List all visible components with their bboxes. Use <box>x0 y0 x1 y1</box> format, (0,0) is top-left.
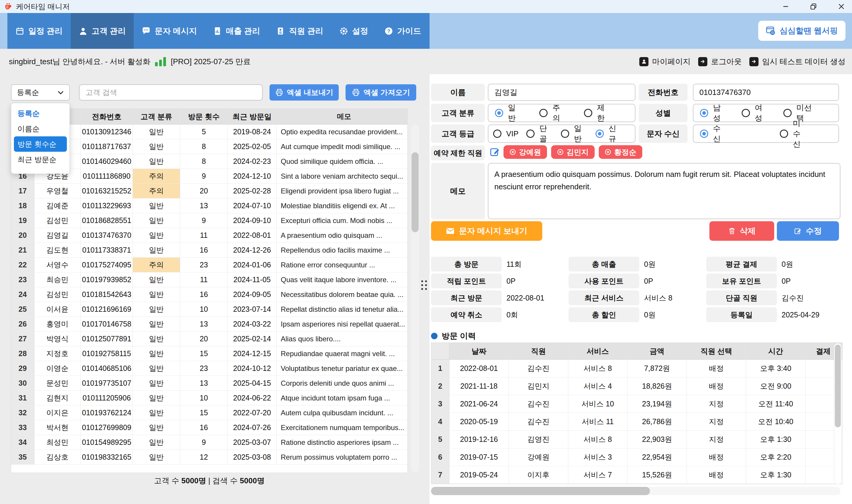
history-row[interactable]: 7 2019-05-24 이지후 서비스 7 15,526원 배정 오후 1:3… <box>431 466 842 484</box>
radio-option[interactable]: 일반 <box>561 123 588 144</box>
radio-option[interactable]: 주의 <box>539 103 567 123</box>
radio-option[interactable]: 여성 <box>742 103 767 123</box>
cell-name: 최승민 <box>34 272 81 287</box>
table-row[interactable]: 16 강도윤 010111186890 주의 9 2024-12-10 Sint… <box>11 169 407 184</box>
cell-service: 서비스 11 <box>568 413 628 430</box>
table-row[interactable]: 20 김영길 010137476370 일반 11 2022-08-01 A p… <box>11 228 407 243</box>
sort-dropdown[interactable]: 등록순 <box>11 84 70 101</box>
remove-tag-icon[interactable] <box>557 149 564 155</box>
maximize-button[interactable] <box>808 1 819 12</box>
radio-option[interactable]: 일반 <box>495 103 523 123</box>
table-row[interactable]: 21 김도현 010117338371 일반 16 2024-12-26 Rep… <box>11 243 407 258</box>
sort-option-name[interactable]: 이름순 <box>14 121 67 136</box>
radio-icon <box>561 129 569 138</box>
memo-textarea[interactable]: A praesentium odio quisquam possimus. Do… <box>488 163 840 219</box>
cell-number: 23 <box>11 272 34 287</box>
staff-tag[interactable]: 김민지 <box>551 145 595 159</box>
table-row[interactable]: 17 우영철 010163215252 주의 20 2025-02-28 Eli… <box>11 184 407 198</box>
table-row[interactable]: 22 서영수 010175274095 주의 23 2024-01-06 Rat… <box>11 258 407 272</box>
radio-option[interactable]: 수신 <box>700 123 721 144</box>
tab-guide[interactable]: ? 가이드 <box>376 13 429 49</box>
radio-option[interactable]: 단골 <box>526 123 553 144</box>
customer-count-value: 5000명 <box>181 476 206 485</box>
table-row[interactable]: 010130912346 일반 5 2019-08-24 Optio exped… <box>11 125 407 139</box>
scrollbar-thumb[interactable] <box>412 152 419 232</box>
name-input[interactable] <box>488 84 635 101</box>
radio-option[interactable]: 제한 <box>584 103 612 123</box>
excel-export-button[interactable]: 엑셀 내보내기 <box>270 84 339 101</box>
sort-option-recent-visit[interactable]: 최근 방문순 <box>14 152 67 167</box>
cell-last-visit: 2024-03-22 <box>228 317 277 331</box>
history-row[interactable]: 4 2020-05-19 김수진 서비스 11 26,786원 지정 오전 10… <box>431 413 842 431</box>
table-row[interactable]: 32 이지은 010193762124 일반 15 2022-07-20 Aut… <box>11 406 407 420</box>
table-row[interactable]: 010118717637 일반 8 2025-02-05 Aut cumque … <box>11 139 407 154</box>
remove-tag-icon[interactable] <box>605 149 611 155</box>
cell-memo: Ratione error consequuntur ... <box>277 258 407 272</box>
history-row[interactable]: 3 2021-06-24 김수진 서비스 10 23,194원 지정 오전 11… <box>431 395 842 413</box>
history-row[interactable]: 6 2019-07-15 강예원 서비스 3 22,954원 배정 오후 2:2… <box>431 448 842 466</box>
sort-option-visit-count[interactable]: 방문 횟수순 <box>14 136 67 152</box>
stat-item: 단골 직원 김수진 <box>706 290 842 305</box>
radio-icon <box>783 109 792 117</box>
stat-label: 총 방문 <box>431 257 502 271</box>
minimize-button[interactable] <box>780 1 791 12</box>
table-row[interactable]: 29 이영순 010140685106 일반 23 2024-10-12 Vol… <box>11 361 407 376</box>
table-row[interactable]: 33 박서현 010127699809 일반 16 2024-07-26 Exe… <box>11 420 407 435</box>
scrollbar-thumb[interactable] <box>431 487 650 495</box>
cell-number: 6 <box>431 448 449 466</box>
cell-class: 일반 <box>133 317 180 331</box>
panel-resize-handle[interactable] <box>421 281 427 290</box>
close-button[interactable] <box>836 1 847 12</box>
tab-sms[interactable]: 문자 메시지 <box>134 13 205 49</box>
mypage-link[interactable]: 마이페이지 <box>639 56 690 67</box>
radio-option[interactable]: 남성 <box>700 103 725 123</box>
tab-schedule[interactable]: 일정 관리 <box>7 13 71 49</box>
tab-customers[interactable]: 고객 관리 <box>71 13 134 49</box>
table-row[interactable]: 28 지정호 010192758115 일반 15 2024-12-15 Rep… <box>11 346 407 361</box>
remove-tag-icon[interactable] <box>509 149 516 155</box>
table-row[interactable]: 34 최성민 010154989295 일반 9 2025-03-07 Rati… <box>11 435 407 450</box>
table-row[interactable]: 23 최승민 010197939852 일반 11 2024-11-05 Qua… <box>11 272 407 287</box>
logout-link[interactable]: 로그아웃 <box>698 56 742 67</box>
staff-tag[interactable]: 강예원 <box>504 145 547 159</box>
send-sms-button[interactable]: 문자 메시지 보내기 <box>431 221 542 241</box>
cell-amount: 22,903원 <box>628 431 687 448</box>
staff-tag[interactable]: 황정순 <box>599 145 642 159</box>
table-row[interactable]: 26 홍영미 010170146758 일반 13 2024-03-22 Ips… <box>11 317 407 331</box>
table-row[interactable]: 35 김상호 010198332165 일반 12 2025-03-08 Rer… <box>11 450 407 465</box>
radio-option[interactable]: VIP <box>493 129 519 139</box>
radio-icon <box>495 109 503 117</box>
history-row[interactable]: 5 2019-12-16 김영진 서비스 8 22,903원 지정 오후 1:3… <box>431 431 842 448</box>
generate-test-data-link[interactable]: 임시 테스트 데이터 생성 <box>749 56 846 67</box>
tab-label: 설정 <box>352 26 368 36</box>
cell-staff: 김영진 <box>509 431 568 448</box>
excel-import-button[interactable]: 엑셀 가져오기 <box>346 84 416 101</box>
table-row[interactable]: 30 문성민 010197735107 일반 13 2025-04-15 Cor… <box>11 376 407 391</box>
app-logo-icon: C <box>4 2 13 11</box>
history-row[interactable]: 2 2021-11-18 김민지 서비스 4 18,826원 배정 오전 9:0… <box>431 377 842 395</box>
scrollbar-thumb[interactable] <box>835 345 841 427</box>
tab-settings[interactable]: 설정 <box>331 13 376 49</box>
cell-class: 일반 <box>133 154 180 168</box>
cell-class: 일반 <box>133 125 180 139</box>
tab-sales[interactable]: 매출 관리 <box>205 13 268 49</box>
history-row[interactable]: 1 2022-08-01 김수진 서비스 8 7,872원 배정 오후 3:40… <box>431 360 842 377</box>
table-row[interactable]: 27 박영식 010125077891 일반 20 2025-02-14 Ali… <box>11 331 407 346</box>
phone-input[interactable] <box>693 84 839 101</box>
edit-button[interactable]: 수정 <box>777 221 839 241</box>
stat-value: 11회 <box>506 259 522 269</box>
table-row[interactable]: 19 김성민 010186828551 일반 9 2024-09-10 Exce… <box>11 213 407 228</box>
radio-option[interactable]: 미수신 <box>780 118 800 149</box>
table-row[interactable]: 25 이서윤 010121696169 일반 10 2023-07-14 Rep… <box>11 302 407 317</box>
table-row[interactable]: 24 김성민 010181542643 일반 16 2024-09-05 Nec… <box>11 287 407 302</box>
table-row[interactable]: 18 김예준 010113229693 일반 13 2024-07-10 Mol… <box>11 198 407 213</box>
edit-tags-icon[interactable] <box>490 146 500 157</box>
delete-button[interactable]: 삭제 <box>709 221 774 241</box>
radio-option[interactable]: 신규 <box>596 123 622 144</box>
table-row[interactable]: 31 김현지 010111205906 일반 10 2024-06-22 Atq… <box>11 391 407 406</box>
tab-staff[interactable]: 직원 관리 <box>268 13 331 49</box>
web-surfing-button[interactable]: 심심할땐 웹서핑 <box>758 21 846 41</box>
search-input[interactable] <box>79 84 263 101</box>
sort-option-registered[interactable]: 등록순 <box>14 106 67 121</box>
table-row[interactable]: 010146029460 일반 8 2024-02-23 Quod simili… <box>11 154 407 169</box>
